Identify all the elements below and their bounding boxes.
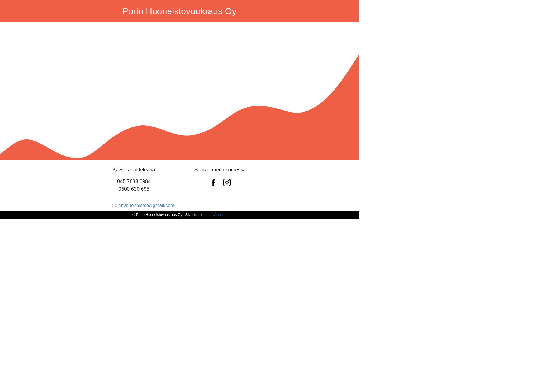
phone-heading-text: Soita tai tekstaa [119,167,155,173]
instagram-icon[interactable] [223,178,231,187]
svg-rect-0 [223,179,230,186]
envelope-icon [112,203,117,208]
wave-decoration [0,22,359,160]
social-icons-container [194,178,246,187]
facebook-icon[interactable] [209,178,218,187]
copyright-text: © Porin Huoneistovuokraus Oy | Sivuston … [132,213,214,217]
page-title: Porin Huoneistovuokraus Oy [122,6,236,17]
hero-section [0,22,359,160]
phone-number-2[interactable]: 0500 630 695 [113,185,155,193]
phone-number-1[interactable]: 045 7833 0984 [113,178,155,185]
phone-column: Soita tai tekstaa 045 7833 0984 0500 630… [113,167,155,193]
header: Porin Huoneistovuokraus Oy [0,0,359,22]
email-row: phvhuoneistot@gmail.com [0,203,359,208]
social-heading: Seuraa meitä somessa [194,167,246,173]
email-link[interactable]: phvhuoneistot@gmail.com [118,203,175,208]
phone-icon [113,167,118,172]
svg-point-1 [226,181,228,184]
footer-bar: © Porin Huoneistovuokraus Oy | Sivuston … [0,211,359,219]
social-heading-text: Seuraa meitä somessa [194,167,246,173]
svg-point-2 [228,180,229,181]
footer-credit-link[interactable]: Apubitti [214,213,226,217]
contact-section: Soita tai tekstaa 045 7833 0984 0500 630… [0,160,359,197]
social-column: Seuraa meitä somessa [194,167,246,193]
phone-heading: Soita tai tekstaa [113,167,155,173]
